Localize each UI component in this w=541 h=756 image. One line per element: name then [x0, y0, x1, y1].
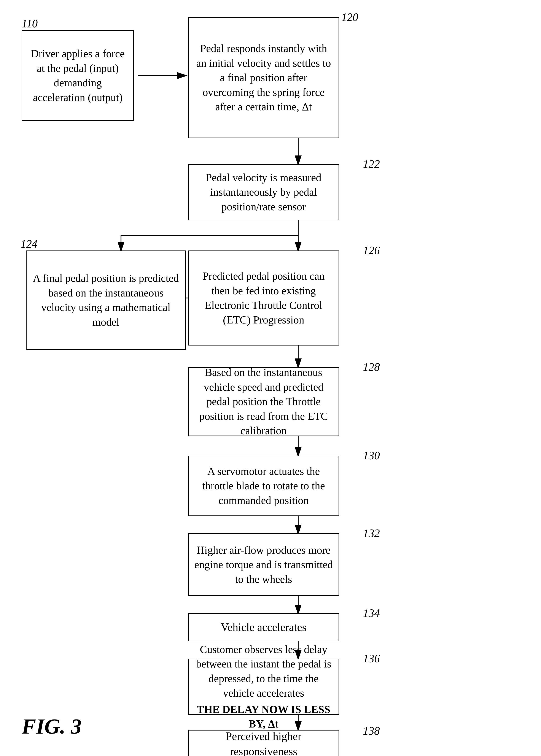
fig-label: FIG. 3 [22, 714, 82, 739]
ref-126: 126 [363, 244, 380, 257]
box-138: Perceived higher responsiveness [188, 730, 339, 756]
box-126: Predicted pedal position can then be fed… [188, 250, 339, 346]
box-134: Vehicle accelerates [188, 613, 339, 641]
box-136-main-text: Customer observes less delay between the… [194, 642, 333, 700]
box-122: Pedal velocity is measured instantaneous… [188, 164, 339, 220]
ref-122: 122 [363, 158, 380, 170]
ref-128: 128 [363, 361, 380, 374]
ref-136: 136 [363, 652, 380, 665]
ref-110: 110 [22, 17, 38, 30]
diagram-container: 110 Driver applies a force at the pedal … [0, 0, 541, 756]
ref-138: 138 [363, 724, 380, 737]
ref-124: 124 [21, 238, 37, 250]
box-136-sub-text: THE DELAY NOW IS LESS BY, Δt [194, 702, 333, 731]
box-130: A servomotor actuates the throttle blade… [188, 456, 339, 516]
ref-132: 132 [363, 527, 380, 540]
box-128: Based on the instantaneous vehicle speed… [188, 367, 339, 436]
box-132: Higher air-flow produces more engine tor… [188, 533, 339, 596]
ref-130: 130 [363, 449, 380, 462]
box-110: Driver applies a force at the pedal (inp… [22, 30, 134, 121]
box-120: Pedal responds instantly with an initial… [188, 17, 339, 138]
ref-120: 120 [341, 11, 358, 24]
ref-134: 134 [363, 607, 380, 620]
box-136: Customer observes less delay between the… [188, 658, 339, 715]
box-124: A final pedal position is predicted base… [26, 250, 186, 350]
